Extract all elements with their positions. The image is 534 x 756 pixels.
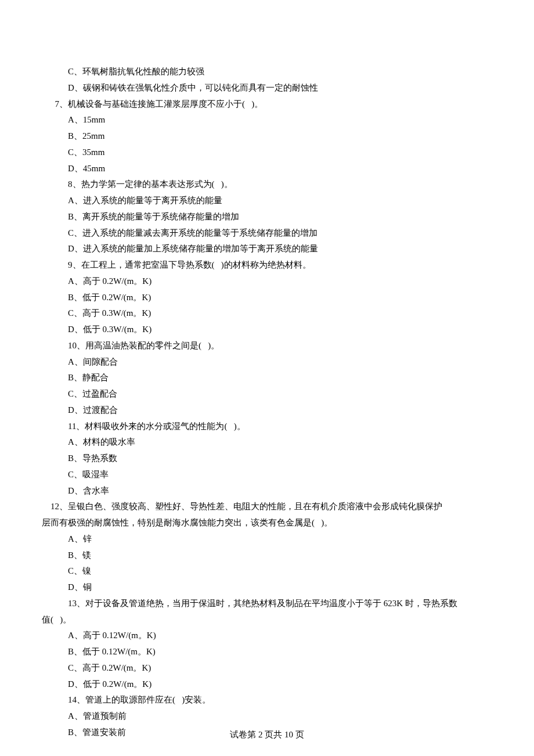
option-a: A、高于 0.12W/(m。K) <box>42 628 492 644</box>
option-d: D、45mm <box>42 161 492 177</box>
option-a: A、锌 <box>42 531 492 548</box>
question-11: 11、材料吸收外来的水分或湿气的性能为( )。 <box>42 419 492 435</box>
document-page: C、环氧树脂抗氧化性酸的能力较强 D、碳钢和铸铁在强氧化性介质中，可以钝化而具有… <box>0 0 534 756</box>
option-b: B、离开系统的能量等于系统储存能量的增加 <box>42 209 492 225</box>
option-b: B、低于 0.12W/(m。K) <box>42 644 492 660</box>
option-d: D、低于 0.2W/(m。K) <box>42 676 492 693</box>
question-12-line2: 层而有极强的耐腐蚀性，特别是耐海水腐蚀能力突出，该类有色金属是( )。 <box>42 515 492 531</box>
question-12-line1: 12、呈银白色、强度较高、塑性好、导热性差、电阻大的性能，且在有机介质溶液中会形… <box>42 499 492 515</box>
option-d: D、铜 <box>42 579 492 596</box>
option-b: B、25mm <box>42 128 492 145</box>
option-c: C、环氧树脂抗氧化性酸的能力较强 <box>42 64 492 80</box>
option-c: C、进入系统的能量减去离开系统的能量等于系统储存能量的增加 <box>42 225 492 242</box>
option-d: D、过渡配合 <box>42 402 492 419</box>
option-d: D、含水率 <box>42 483 492 499</box>
option-d: D、进入系统的能量加上系统储存能量的增加等于离开系统的能量 <box>42 241 492 257</box>
question-9: 9、在工程上，通常把室温下导热系数( )的材料称为绝热材料。 <box>42 257 492 273</box>
option-a: A、高于 0.2W/(m。K) <box>42 273 492 290</box>
question-10: 10、用高温油热装配的零件之间是( )。 <box>42 338 492 354</box>
question-13-line1: 13、对于设备及管道绝热，当用于保温时，其绝热材料及制品在平均温度小于等于 62… <box>42 596 492 612</box>
option-b: B、镁 <box>42 548 492 564</box>
option-a: A、15mm <box>42 112 492 128</box>
option-c: C、吸湿率 <box>42 467 492 483</box>
question-7: 7、机械设备与基础连接施工灌浆层厚度不应小于( )。 <box>42 96 492 113</box>
option-c: C、高于 0.2W/(m。K) <box>42 660 492 676</box>
option-d: D、碳钢和铸铁在强氧化性介质中，可以钝化而具有一定的耐蚀性 <box>42 80 492 96</box>
option-a: A、间隙配合 <box>42 354 492 370</box>
option-b: B、导热系数 <box>42 451 492 467</box>
option-c: C、镍 <box>42 563 492 579</box>
question-14: 14、管道上的取源部件应在( )安装。 <box>42 692 492 708</box>
option-b: B、静配合 <box>42 370 492 386</box>
option-c: C、过盈配合 <box>42 386 492 402</box>
question-13-line2: 值( )。 <box>42 612 492 628</box>
option-c: C、高于 0.3W/(m。K) <box>42 305 492 322</box>
option-d: D、低于 0.3W/(m。K) <box>42 322 492 338</box>
option-a: A、管道预制前 <box>42 708 492 725</box>
option-a: A、材料的吸水率 <box>42 434 492 451</box>
option-c: C、35mm <box>42 145 492 161</box>
page-footer: 试卷第 2 页共 10 页 <box>0 727 534 743</box>
question-8: 8、热力学第一定律的基本表达形式为( )。 <box>42 177 492 193</box>
option-b: B、低于 0.2W/(m。K) <box>42 290 492 306</box>
option-a: A、进入系统的能量等于离开系统的能量 <box>42 193 492 209</box>
